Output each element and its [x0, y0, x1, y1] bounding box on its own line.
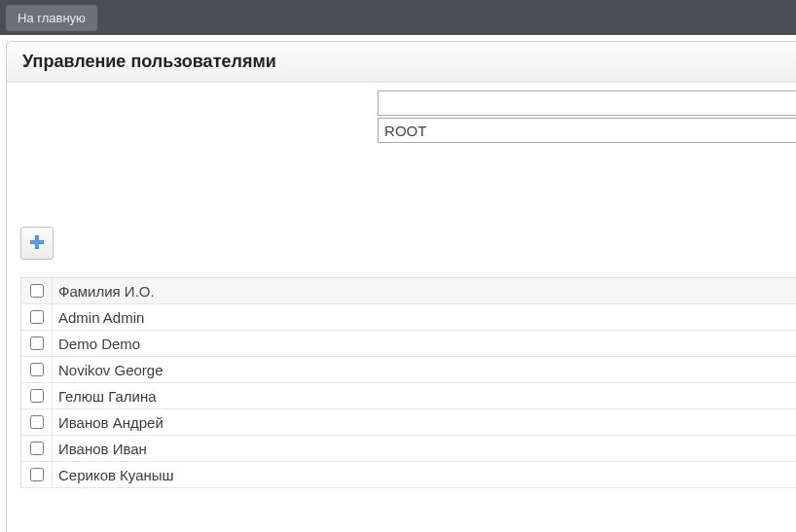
search-input[interactable]	[378, 90, 796, 116]
row-checkbox[interactable]	[30, 363, 44, 376]
table-row[interactable]: Гелюш Галина	[21, 383, 796, 409]
row-checkbox-cell	[21, 357, 53, 382]
row-checkbox[interactable]	[30, 389, 44, 403]
row-name-cell: Сериков Куаныш	[53, 467, 174, 483]
page-title: Управление пользователями	[7, 42, 796, 83]
table-row[interactable]: Demo Demo	[21, 331, 796, 357]
filter-area	[20, 83, 796, 143]
row-checkbox[interactable]	[30, 415, 44, 429]
row-name-cell: Demo Demo	[53, 336, 140, 352]
row-checkbox[interactable]	[30, 310, 44, 324]
toolbar	[20, 227, 796, 260]
row-checkbox[interactable]	[30, 468, 44, 481]
row-checkbox-cell	[21, 462, 53, 487]
topbar: На главную	[0, 0, 796, 35]
main-panel: Управление пользователями	[6, 41, 796, 532]
row-name-cell: Гелюш Галина	[53, 388, 157, 405]
column-header-name[interactable]: Фамилия И.О.	[53, 283, 155, 300]
row-name-cell: Иванов Андрей	[53, 414, 163, 431]
row-checkbox-cell	[21, 383, 53, 408]
row-name-cell: Иванов Иван	[53, 441, 147, 457]
table-row[interactable]: Admin Admin	[21, 304, 796, 331]
plus-icon	[29, 234, 45, 253]
row-name-cell: Admin Admin	[53, 309, 144, 326]
svg-rect-3	[31, 240, 44, 243]
select-all-checkbox[interactable]	[30, 284, 44, 298]
select-all-cell	[21, 278, 53, 303]
table-row[interactable]: Иванов Иван	[21, 436, 796, 462]
row-checkbox-cell	[21, 409, 53, 435]
table-row[interactable]: Novikov George	[21, 357, 796, 383]
table-row[interactable]: Иванов Андрей	[21, 409, 796, 436]
user-table: Фамилия И.О. Admin AdminDemo DemoNovikov…	[20, 277, 796, 488]
panel-body: Фамилия И.О. Admin AdminDemo DemoNovikov…	[7, 83, 796, 488]
add-user-button[interactable]	[20, 227, 54, 260]
row-name-cell: Novikov George	[53, 362, 163, 378]
table-row[interactable]: Сериков Куаныш	[21, 462, 796, 488]
row-checkbox-cell	[21, 436, 53, 461]
row-checkbox-cell	[21, 304, 53, 330]
row-checkbox[interactable]	[30, 442, 44, 455]
table-header-row: Фамилия И.О.	[21, 278, 796, 304]
home-button[interactable]: На главную	[6, 5, 97, 31]
row-checkbox-cell	[21, 331, 53, 356]
group-dropdown[interactable]	[378, 118, 796, 143]
row-checkbox[interactable]	[30, 337, 44, 350]
